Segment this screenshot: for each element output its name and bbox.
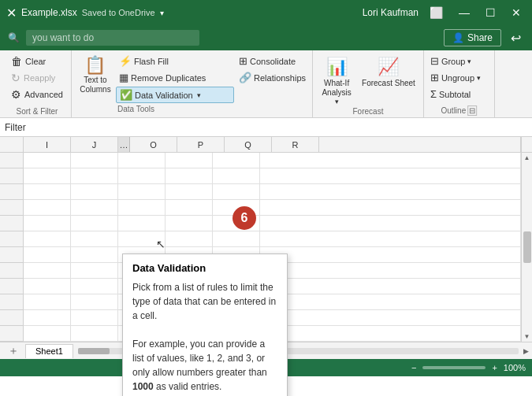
subtotal-button[interactable]: Σ Subtotal — [427, 87, 484, 102]
cell[interactable] — [71, 153, 118, 168]
cell[interactable] — [71, 184, 118, 200]
cell[interactable] — [24, 184, 71, 200]
outline-label-row: Outline ⊟ — [441, 105, 478, 116]
cell[interactable] — [260, 200, 521, 216]
group-dropdown[interactable]: ▾ — [467, 57, 471, 65]
cell[interactable] — [71, 294, 118, 310]
cell[interactable] — [166, 200, 213, 216]
cell[interactable] — [213, 153, 260, 168]
plus-zoom[interactable]: + — [492, 363, 497, 372]
cell[interactable] — [71, 263, 118, 279]
col-header-o[interactable]: O — [130, 137, 177, 152]
cell[interactable] — [24, 200, 71, 216]
cell[interactable] — [71, 200, 118, 216]
zoom-slider[interactable] — [422, 366, 485, 369]
col-header-j[interactable]: J — [71, 137, 118, 152]
cell[interactable] — [24, 263, 71, 279]
add-sheet-button[interactable]: ＋ — [3, 344, 24, 358]
cell[interactable] — [260, 168, 521, 184]
dropdown-arrow-title[interactable]: ▾ — [160, 9, 164, 17]
col-header-q[interactable]: Q — [225, 137, 272, 152]
cell[interactable] — [260, 294, 521, 310]
scroll-thumb[interactable] — [523, 231, 531, 263]
cell[interactable] — [71, 279, 118, 294]
cell[interactable] — [260, 184, 521, 200]
cell[interactable] — [71, 310, 118, 326]
cell[interactable] — [118, 153, 166, 168]
data-validation-dropdown[interactable]: ▾ — [197, 91, 201, 99]
cell[interactable] — [166, 153, 213, 168]
filter-label: Filter — [5, 122, 26, 133]
cell[interactable] — [260, 279, 521, 294]
text-to-columns-button[interactable]: 📋 Text to Columns — [75, 54, 116, 98]
cell[interactable] — [118, 200, 166, 216]
cell[interactable] — [260, 153, 521, 168]
clear-button[interactable]: 🗑 Clear — [8, 54, 66, 69]
cell[interactable] — [118, 168, 166, 184]
what-if-dropdown[interactable]: ▾ — [335, 98, 339, 105]
advanced-button[interactable]: ⚙ Advanced — [8, 87, 66, 102]
cell[interactable] — [71, 326, 118, 342]
cell[interactable] — [213, 184, 260, 200]
data-validation-button[interactable]: ✅ Data Validation ▾ — [116, 87, 234, 103]
cell[interactable] — [24, 294, 71, 310]
consolidate-button[interactable]: ⊞ Consolidate — [236, 54, 309, 68]
cell[interactable] — [118, 184, 166, 200]
cell[interactable] — [24, 279, 71, 294]
cell[interactable] — [260, 231, 521, 247]
cell[interactable] — [24, 216, 71, 231]
share-button[interactable]: 👤 Share — [444, 29, 501, 46]
flash-fill-button[interactable]: ⚡ Flash Fill — [116, 54, 234, 68]
cell[interactable] — [24, 153, 71, 168]
excel-logo: ✕ — [6, 6, 17, 20]
cell[interactable] — [71, 247, 118, 263]
cell[interactable] — [260, 247, 521, 263]
cell[interactable] — [24, 247, 71, 263]
cell[interactable] — [166, 184, 213, 200]
restore-btn[interactable]: ⬜ — [425, 5, 448, 20]
cell[interactable] — [71, 168, 118, 184]
cell[interactable] — [24, 310, 71, 326]
cell[interactable] — [24, 231, 71, 247]
reapply-icon: ↻ — [11, 72, 20, 84]
ungroup-button[interactable]: ⊞ Ungroup ▾ — [427, 70, 484, 85]
cell[interactable] — [260, 216, 521, 231]
cell[interactable] — [213, 168, 260, 184]
sheet-tab-1[interactable]: Sheet1 — [25, 344, 73, 358]
scroll-right-arrow[interactable]: ▶ — [523, 347, 529, 355]
h-scroll-thumb[interactable] — [78, 348, 110, 354]
relationships-button[interactable]: 🔗 Relationships — [236, 70, 309, 85]
col-header-p[interactable]: P — [177, 137, 225, 152]
cell[interactable] — [166, 216, 213, 231]
undo-button[interactable]: ↩ — [508, 29, 524, 47]
cell[interactable] — [260, 326, 521, 342]
search-input[interactable] — [26, 30, 199, 46]
cell[interactable] — [71, 216, 118, 231]
outline-collapse-icon[interactable]: ⊟ — [467, 105, 477, 116]
group-button[interactable]: ⊟ Group ▾ — [427, 54, 484, 68]
forecast-sheet-button[interactable]: 📈 Forecast Sheet — [357, 54, 420, 91]
maximize-btn[interactable]: ☐ — [481, 5, 500, 20]
cell[interactable] — [166, 231, 213, 247]
cell[interactable] — [71, 231, 118, 247]
cell[interactable] — [24, 168, 71, 184]
cell[interactable] — [166, 168, 213, 184]
remove-duplicates-button[interactable]: ▦ Remove Duplicates — [116, 70, 234, 85]
scroll-down-arrow[interactable]: ▼ — [523, 331, 532, 342]
cell[interactable] — [118, 216, 166, 231]
cell[interactable] — [260, 310, 521, 326]
right-scrollbar[interactable]: ▲ ▼ — [521, 153, 532, 342]
outline-buttons: ⊟ Group ▾ ⊞ Ungroup ▾ Σ Subtotal — [427, 54, 484, 102]
ungroup-dropdown[interactable]: ▾ — [477, 74, 481, 82]
cell[interactable] — [260, 263, 521, 279]
reapply-button[interactable]: ↻ Reapply — [8, 70, 66, 86]
minus-zoom[interactable]: − — [411, 363, 416, 372]
minimize-btn[interactable]: — — [454, 5, 474, 20]
col-header-i[interactable]: I — [24, 137, 71, 152]
close-btn[interactable]: ✕ — [507, 5, 526, 20]
scroll-up-arrow[interactable]: ▲ — [523, 153, 532, 163]
what-if-button[interactable]: 📊 What-IfAnalysis ▾ — [316, 54, 357, 109]
col-header-r[interactable]: R — [272, 137, 319, 152]
cell[interactable] — [24, 326, 71, 342]
cell[interactable] — [213, 231, 260, 247]
